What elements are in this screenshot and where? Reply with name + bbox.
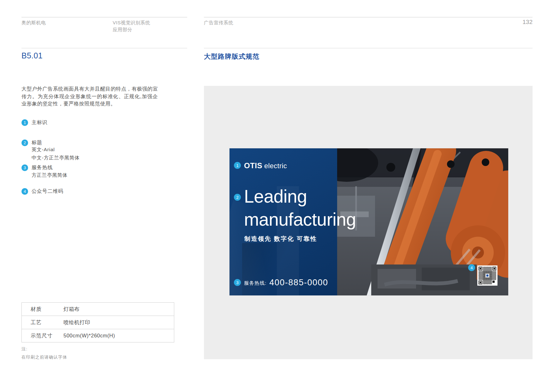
annotation-label-1: 主标识: [32, 119, 47, 126]
vis-system-line1: VIS视觉识别系统: [113, 19, 150, 26]
billboard-tagline: 制造领先 数字化 可靠性: [244, 235, 317, 243]
annotation-item-4: 4 公众号二维码: [21, 188, 63, 195]
logo-electric-text: electric: [264, 162, 287, 170]
annotation-sub-3a: 方正兰亭黑简体: [32, 172, 68, 179]
section-code: B5.01: [21, 51, 43, 60]
annotation-item-3: 3 服务热线: [21, 164, 53, 171]
note-text: 在印刷之前请确认字体: [21, 354, 67, 360]
annotation-badge-1: 1: [21, 119, 28, 126]
vi-manual-page: 奥的斯机电 VIS视觉识别系统 应用部分 广告宣传系统 132 B5.01 大型…: [0, 0, 554, 392]
spec-table: 材质 灯箱布 工艺 喷绘机打印 示范尺寸 500cm(W)*260cm(H): [21, 302, 174, 342]
annotation-badge-3: 3: [21, 164, 28, 171]
headline-line1: Leading: [244, 185, 503, 208]
billboard-badge-2: 2: [234, 194, 241, 201]
spec-label-material: 材质: [22, 306, 63, 313]
spec-row-size: 示范尺寸 500cm(W)*260cm(H): [22, 329, 174, 342]
annotation-label-2: 标题: [32, 140, 42, 146]
section-name: 广告宣传系统: [204, 19, 233, 26]
billboard-headline: Leading manufacturing: [244, 185, 503, 231]
spec-label-size: 示范尺寸: [22, 332, 63, 339]
spec-row-material: 材质 灯箱布: [22, 303, 174, 316]
intro-paragraph: 大型户外广告系统画面具有大并且醒目的特点，有极强的宣传力。为充分体现企业形象统一…: [21, 85, 158, 108]
annotation-item-2: 2 标题: [21, 140, 42, 146]
hotline-number: 400-885-0000: [269, 278, 328, 288]
vis-system-line2: 应用部分: [113, 26, 150, 33]
annotation-label-3: 服务热线: [32, 164, 53, 171]
billboard-badge-1: 1: [234, 162, 241, 169]
annotation-sub-2a: 英文-Arial: [32, 146, 55, 153]
billboard-badge-4: 4: [468, 264, 475, 271]
header-rule-left: [21, 17, 187, 17]
header-rule-right: [204, 17, 533, 17]
page-number: 132: [522, 19, 533, 26]
spec-label-process: 工艺: [22, 319, 63, 326]
qr-code: [477, 265, 497, 286]
annotation-label-4: 公众号二维码: [32, 188, 63, 195]
otis-electric-logo: OTISelectric: [244, 161, 287, 170]
billboard-hotline: 服务热线: 400-885-0000: [244, 278, 328, 288]
spec-value-process: 喷绘机打印: [63, 319, 90, 326]
annotation-badge-2: 2: [21, 140, 28, 146]
annotation-item-1: 1 主标识: [21, 119, 47, 126]
spec-value-material: 灯箱布: [63, 306, 80, 313]
note-prefix: 注:: [21, 346, 27, 352]
title-rule-left: [21, 48, 187, 48]
page-title: 大型路牌版式规范: [204, 52, 259, 61]
vis-system-label: VIS视觉识别系统 应用部分: [113, 19, 150, 33]
qr-code-pattern: [479, 267, 496, 284]
headline-line2: manufacturing: [244, 208, 503, 231]
annotation-sub-2b: 中文-方正兰亭黑简体: [32, 155, 80, 161]
title-rule-right: [204, 48, 533, 48]
hotline-label: 服务热线:: [244, 280, 266, 287]
annotation-badge-4: 4: [21, 188, 28, 195]
logo-otis-text: OTIS: [244, 161, 262, 170]
billboard-mockup: 1 OTISelectric 2 Leading manufacturing 制…: [229, 148, 508, 295]
brand-name: 奥的斯机电: [21, 19, 46, 26]
spec-row-process: 工艺 喷绘机打印: [22, 316, 174, 329]
spec-value-size: 500cm(W)*260cm(H): [63, 333, 115, 339]
billboard-badge-3: 3: [234, 279, 241, 286]
